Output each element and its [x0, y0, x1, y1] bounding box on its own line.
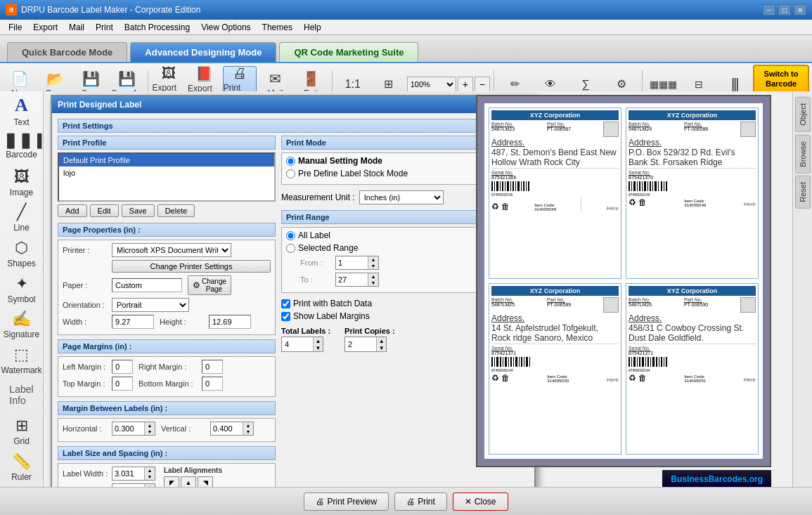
horizontal-input[interactable] [112, 422, 144, 435]
delete-profile-button[interactable]: Delete [157, 204, 195, 217]
align-topright-button[interactable]: ◥ [198, 476, 213, 487]
menu-export[interactable]: Export [27, 21, 63, 34]
print-batch-checkbox[interactable] [281, 299, 290, 308]
save-profile-button[interactable]: Save [122, 204, 155, 217]
sidebar-tool-image[interactable]: 🖼 Image [2, 165, 41, 200]
width-input[interactable] [112, 315, 154, 329]
print-copies-input[interactable] [345, 339, 376, 350]
change-printer-button[interactable]: Change Printer Settings [112, 260, 271, 273]
zoom-select[interactable]: 100% 75% 150% [407, 77, 456, 92]
height-input[interactable] [209, 315, 251, 329]
top-margin-input[interactable] [112, 377, 133, 391]
right-tab-browse[interactable]: Browse [795, 135, 811, 174]
card2-recycle-icon: ♻ [629, 197, 636, 207]
card1-sig: Here [607, 205, 619, 211]
zoom-out-button[interactable]: − [475, 77, 490, 92]
sidebar-tool-signature[interactable]: ✍ Signature [2, 308, 41, 342]
zoom-in-button[interactable]: + [458, 77, 473, 92]
vertical-up-button[interactable]: ▲ [243, 422, 253, 429]
left-margin-input[interactable] [112, 360, 133, 374]
horizontal-up-button[interactable]: ▲ [145, 422, 155, 429]
add-profile-button[interactable]: Add [58, 204, 87, 217]
menu-view[interactable]: View Options [195, 21, 256, 34]
close-window-button[interactable]: ✕ [794, 4, 806, 15]
change-page-button[interactable]: ⚙ ChangePage [188, 275, 231, 295]
right-tab-object[interactable]: Object [795, 97, 811, 132]
profile-item-default[interactable]: Default Print Profile [59, 154, 274, 167]
total-labels-up[interactable]: ▲ [314, 337, 323, 344]
menu-batch[interactable]: Batch Processing [119, 21, 195, 34]
all-label-radio[interactable] [286, 231, 295, 240]
label-width-down-button[interactable]: ▼ [145, 474, 155, 480]
profile-item-lojo[interactable]: lojo [59, 167, 274, 179]
to-up-button[interactable]: ▲ [368, 273, 378, 280]
measurement-select[interactable]: Inches (in) Centimeters (cm) [359, 190, 444, 204]
svg-rect-3 [500, 181, 501, 191]
svg-rect-32 [496, 357, 498, 367]
predefine-mode-radio[interactable] [286, 169, 295, 178]
card3-batchno-label: Batch No. [491, 297, 515, 302]
sidebar-tool-line[interactable]: ╱ Line [2, 201, 41, 235]
print-copies-down[interactable]: ▼ [377, 344, 386, 351]
vertical-input[interactable] [211, 422, 243, 435]
align-topcenter-button[interactable]: ▲ [181, 476, 196, 487]
tab-advanced-designing[interactable]: Advanced Designing Mode [130, 42, 276, 62]
sidebar-tool-text[interactable]: A Text [2, 94, 41, 129]
total-labels-input[interactable] [282, 339, 313, 350]
svg-rect-28 [664, 181, 664, 191]
card3-item-code: 314005D50 [547, 379, 569, 383]
maximize-button[interactable]: □ [778, 4, 791, 15]
svg-rect-20 [642, 181, 643, 191]
card2-partno-label: Part No. [684, 122, 708, 126]
sidebar-tool-watermark[interactable]: ⬚ Watermark [2, 343, 41, 377]
card4-partno: PT-006590 [684, 302, 708, 307]
align-topleft-button[interactable]: ◤ [164, 476, 179, 487]
print-label: Print [418, 497, 435, 507]
right-sidebar: Object Browse Reset [792, 91, 812, 487]
label-width-label: Label Width : [63, 469, 112, 478]
from-input[interactable] [336, 256, 368, 269]
right-margin-input[interactable] [202, 360, 223, 374]
paper-input[interactable]: Custom [112, 278, 182, 292]
sidebar-tool-shapes[interactable]: ⬡ Shapes [2, 237, 41, 271]
line-icon: ╱ [17, 203, 26, 221]
from-down-button[interactable]: ▼ [368, 263, 378, 269]
total-labels-down[interactable]: ▼ [314, 344, 323, 351]
manual-mode-radio[interactable] [286, 157, 295, 166]
edit-profile-button[interactable]: Edit [90, 204, 119, 217]
menu-mail[interactable]: Mail [63, 21, 90, 34]
right-tab-reset[interactable]: Reset [795, 176, 811, 209]
label-width-up-button[interactable]: ▲ [145, 467, 155, 474]
menu-themes[interactable]: Themes [257, 21, 298, 34]
label-width-input[interactable] [112, 467, 144, 480]
menu-print[interactable]: Print [90, 21, 119, 34]
from-up-button[interactable]: ▲ [368, 256, 378, 263]
tab-qr-marketing[interactable]: QR Code Marketing Suite [279, 42, 418, 62]
print-button[interactable]: 🖨 Print [394, 493, 447, 511]
sidebar-tool-symbol[interactable]: ✦ Symbol [2, 272, 41, 306]
orientation-select[interactable]: Portrait Landscape [112, 298, 189, 312]
menu-help[interactable]: Help [298, 21, 327, 34]
print-preview-button[interactable]: 🖨 Print Preview [304, 493, 389, 511]
vertical-down-button[interactable]: ▼ [243, 429, 253, 435]
menu-file[interactable]: File [3, 21, 27, 34]
to-down-button[interactable]: ▼ [368, 280, 378, 286]
show-margins-checkbox[interactable] [281, 312, 290, 321]
printer-select[interactable]: Microsoft XPS Document Writer [112, 243, 231, 257]
svg-rect-8 [513, 181, 514, 191]
close-button[interactable]: ✕ Close [453, 493, 508, 511]
bottom-margin-input[interactable] [202, 377, 223, 391]
svg-rect-40 [519, 357, 520, 367]
to-input[interactable] [336, 273, 368, 286]
save-icon: 💾 [82, 70, 100, 87]
sidebar-tool-grid[interactable]: ⊞ Grid [2, 415, 41, 449]
horizontal-down-button[interactable]: ▼ [145, 429, 155, 435]
sidebar-tool-ruler[interactable]: 📏 Ruler [2, 450, 41, 484]
app-icon: B [6, 4, 17, 15]
sidebar-tool-barcode[interactable]: ▐▌▐▌▐ Barcode [2, 130, 41, 164]
tab-quick-barcode[interactable]: Quick Barcode Mode [7, 42, 127, 62]
sidebar-tool-label-info[interactable]: LabelInfo [2, 379, 41, 413]
selected-range-radio[interactable] [286, 244, 295, 253]
print-copies-up[interactable]: ▲ [377, 337, 386, 344]
minimize-button[interactable]: − [763, 4, 775, 15]
